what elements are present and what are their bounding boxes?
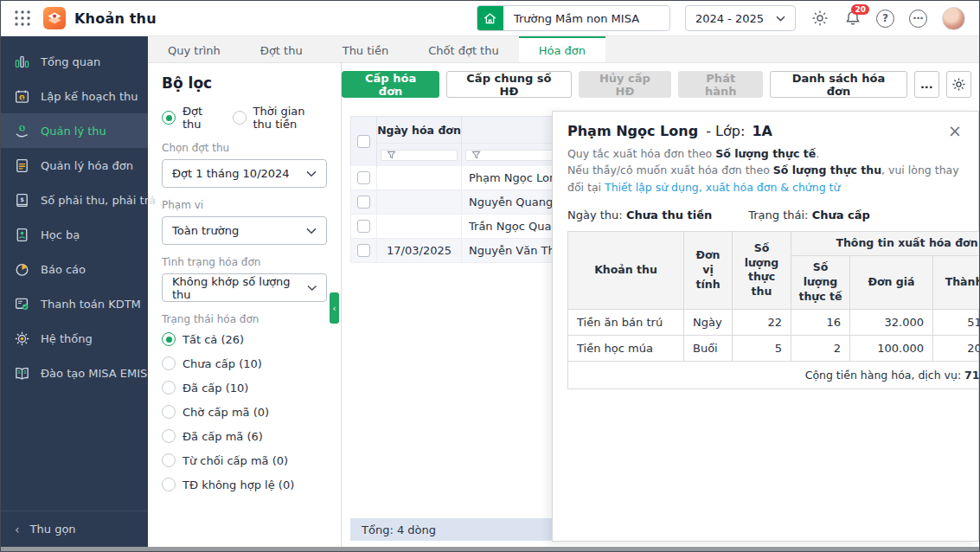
filter-collapse-handle[interactable]: ‹	[330, 292, 339, 324]
invoice-main-area: Cấp hóa đơn Cấp chung số HĐ Hủy cấp HĐ P…	[342, 63, 979, 547]
column-header-ngay-hoa-don[interactable]: Ngày hóa đơn	[377, 117, 462, 143]
radio-icon	[162, 111, 176, 125]
sidebar-item-label: Quản lý hóa đơn	[41, 159, 133, 172]
col-don-gia: Đơn giá	[850, 256, 933, 310]
report-card-icon	[13, 226, 30, 243]
sidebar-collapse-button[interactable]: ‹ Thu gọn	[1, 510, 148, 547]
app-launcher-grid-icon[interactable]	[14, 10, 31, 27]
select-tinh-trang-hoa-don[interactable]: Không khớp số lượng thu	[162, 273, 327, 302]
cancel-issue-button[interactable]: Hủy cấp HĐ	[579, 71, 672, 98]
top-bar-right: Trường Mầm non MISA 2024 - 2025 20 ? ⋯	[477, 5, 979, 31]
status-option-td-khong-hop-le[interactable]: TĐ không hợp lệ (0)	[162, 478, 327, 491]
radio-icon	[162, 405, 176, 419]
row-checkbox[interactable]	[357, 220, 370, 233]
select-pham-vi[interactable]: Toàn trường	[162, 216, 327, 245]
tab-thu-tien[interactable]: Thu tiền	[323, 36, 409, 62]
status-option-cho-cap-ma[interactable]: Chờ cấp mã (0)	[162, 405, 327, 419]
sidebar-item-he-thong[interactable]: Hệ thống	[1, 321, 148, 356]
row-checkbox[interactable]	[357, 244, 370, 257]
sidebar-item-dao-tao-misa-emis[interactable]: Đào tạo MISA EMIS	[1, 356, 148, 390]
tab-hoa-don[interactable]: Hóa đơn	[519, 36, 605, 62]
school-year-select[interactable]: 2024 - 2025	[685, 5, 796, 31]
date-filter-input[interactable]	[381, 150, 458, 161]
sidebar-item-label: Đào tạo MISA EMIS	[41, 367, 147, 380]
invoice-rule-note: Quy tắc xuất hóa đơn theo Số lượng thực …	[567, 145, 964, 196]
school-house-icon	[477, 5, 503, 31]
more-actions-button[interactable]: ...	[914, 71, 939, 98]
radio-icon	[162, 332, 176, 346]
invoice-list-button[interactable]: Danh sách hóa đơn	[770, 71, 907, 98]
status-value: Chưa cấp	[812, 209, 870, 221]
pie-chart-icon	[13, 260, 30, 278]
radio-icon	[162, 453, 176, 467]
sidebar-item-thanh-toan-kdtm[interactable]: Thanh toán KDTM	[1, 286, 148, 321]
select-all-checkbox[interactable]	[357, 135, 370, 148]
status-option-tat-ca[interactable]: Tất cả (26)	[162, 332, 327, 346]
status-option-tu-choi-cap-ma[interactable]: Từ chối cấp mã (0)	[162, 453, 327, 467]
window-bottom-chrome	[1, 547, 979, 551]
status-option-da-cap[interactable]: Đã cấp (10)	[162, 381, 327, 395]
tab-quy-trinh[interactable]: Quy trình	[148, 36, 240, 62]
svg-text:$: $	[20, 196, 24, 202]
sidebar-item-label: Hệ thống	[41, 332, 93, 345]
user-avatar[interactable]	[942, 7, 965, 30]
sidebar-item-bao-cao[interactable]: Báo cáo	[1, 252, 148, 286]
sidebar-item-quan-ly-hoa-don[interactable]: Quản lý hóa đơn	[1, 148, 148, 183]
class-label: - Lớp:	[706, 123, 745, 139]
tab-dot-thu[interactable]: Đợt thu	[240, 36, 323, 62]
invoice-item-row: Tiền ăn bán trú Ngày 22 16 32.000 512.00…	[568, 309, 980, 335]
tab-strip: Quy trình Đợt thu Thu tiền Chốt đợt thu …	[148, 36, 979, 63]
app-title: Khoản thu	[74, 10, 157, 27]
radio-icon	[162, 356, 176, 370]
sidebar-item-lap-ke-hoach-thu[interactable]: $ Lập kế hoạch thu	[1, 79, 148, 113]
payment-check-icon	[13, 295, 30, 312]
svg-text:$: $	[20, 125, 23, 131]
col-thanh-tien: Thành tiền	[933, 256, 980, 310]
ledger-dollar-icon: $	[13, 191, 30, 209]
status-group-label: Trạng thái hóa đơn	[162, 313, 327, 325]
radio-icon	[162, 478, 176, 491]
row-checkbox[interactable]	[357, 171, 370, 184]
issue-common-number-button[interactable]: Cấp chung số HĐ	[446, 71, 571, 98]
status-option-chua-cap[interactable]: Chưa cấp (10)	[162, 356, 327, 370]
total-rows-label: Tổng: 4 dòng	[362, 523, 436, 536]
invoice-items-table: Khoản thu Đơn vị tính Số lượng thực thu …	[567, 231, 979, 389]
school-year-value: 2024 - 2025	[695, 12, 764, 25]
sidebar-item-tong-quan[interactable]: Tổng quan	[1, 44, 148, 79]
svg-text:$: $	[20, 94, 23, 99]
school-selector[interactable]: Trường Mầm non MISA	[477, 5, 670, 31]
issue-invoice-button[interactable]: Cấp hóa đơn	[342, 71, 439, 98]
radio-icon	[233, 111, 247, 125]
more-options-icon[interactable]: ⋯	[909, 10, 927, 28]
app-window: Khoản thu Trường Mầm non MISA 2024 - 202…	[0, 0, 980, 552]
gear-icon	[951, 77, 966, 92]
detail-title: Phạm Ngọc Long - Lớp: 1A	[567, 123, 772, 139]
help-icon[interactable]: ?	[876, 10, 894, 28]
settings-link[interactable]: Thiết lập sử dụng, xuất hóa đơn & chứng …	[605, 181, 840, 194]
sidebar-item-so-phai-thu-phai-tra[interactable]: $ Số phải thu, phải trả	[1, 183, 148, 217]
tab-chot-dot-thu[interactable]: Chốt đợt thu	[408, 36, 519, 62]
filter-mode-dot-thu[interactable]: Đợt thu	[162, 105, 212, 131]
sidebar-item-label: Thanh toán KDTM	[41, 298, 141, 311]
hand-coin-icon: $	[13, 122, 30, 139]
select-dot-thu[interactable]: Đợt 1 tháng 10/2024	[162, 159, 327, 188]
sidebar-item-quan-ly-thu[interactable]: $ Quản lý thu	[1, 113, 148, 148]
invoice-icon	[13, 157, 30, 174]
notifications-bell-icon[interactable]: 20	[843, 10, 862, 28]
publish-button[interactable]: Phát hành	[678, 71, 763, 98]
chevron-down-icon	[306, 228, 317, 234]
status-option-da-cap-ma[interactable]: Đã cấp mã (6)	[162, 429, 327, 443]
khoan-thu-app-icon	[43, 7, 66, 29]
filter-mode-thoi-gian-thu-tien[interactable]: Thời gian thu tiền	[233, 105, 328, 131]
class-name: 1A	[752, 123, 772, 139]
settings-gear-icon[interactable]	[810, 10, 829, 28]
sidebar-item-hoc-ba[interactable]: Học bạ	[1, 217, 148, 252]
row-checkbox[interactable]	[357, 196, 370, 209]
filter-funnel-icon	[471, 151, 481, 160]
grid-settings-button[interactable]	[946, 71, 971, 98]
collect-date-label: Ngày thu:	[567, 209, 623, 221]
close-icon[interactable]: ×	[946, 123, 964, 139]
field-label: Tình trạng hóa đơn	[162, 256, 327, 268]
invoice-item-row: Tiền học múa Buổi 5 2 100.000 200.000	[568, 335, 980, 361]
total-value: 712.000	[964, 369, 979, 382]
